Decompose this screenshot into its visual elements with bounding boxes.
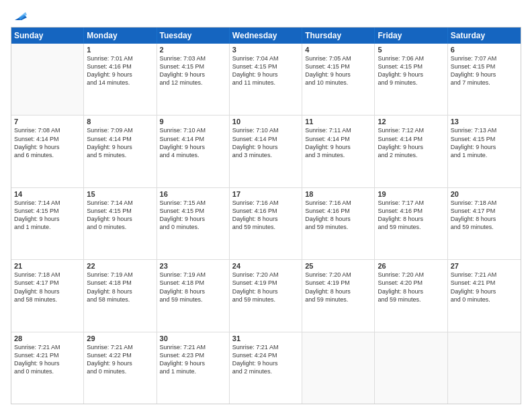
calendar-row-4: 28Sunrise: 7:21 AMSunset: 4:21 PMDayligh… <box>11 332 521 404</box>
cell-line: Sunrise: 7:20 AM <box>232 271 299 279</box>
day-number: 10 <box>232 118 299 126</box>
cell-line: Sunset: 4:15 PM <box>378 62 444 71</box>
cell-line: Sunrise: 7:10 AM <box>232 126 299 134</box>
cell-line: Daylight: 8 hours <box>305 287 371 295</box>
day-cell-13: 13Sunrise: 7:13 AMSunset: 4:15 PMDayligh… <box>448 116 521 187</box>
day-number: 8 <box>87 118 153 126</box>
cell-line: Sunset: 4:16 PM <box>378 207 444 215</box>
cell-line: and 58 minutes. <box>14 295 81 304</box>
cell-line: Sunset: 4:19 PM <box>232 279 299 287</box>
cell-line: Sunrise: 7:21 AM <box>232 343 299 351</box>
day-cell-30: 30Sunrise: 7:21 AMSunset: 4:23 PMDayligh… <box>157 332 230 404</box>
cell-line: Sunrise: 7:19 AM <box>87 271 153 279</box>
cell-line: Daylight: 9 hours <box>451 71 518 79</box>
cell-line: Daylight: 9 hours <box>160 215 226 223</box>
cell-line: and 59 minutes. <box>378 295 444 304</box>
cell-line: and 4 minutes. <box>160 151 226 159</box>
cell-line: Sunrise: 7:20 AM <box>305 271 371 279</box>
cell-line: Sunrise: 7:12 AM <box>378 126 444 134</box>
day-number: 17 <box>232 190 299 198</box>
day-number: 15 <box>87 190 153 198</box>
day-cell-12: 12Sunrise: 7:12 AMSunset: 4:14 PMDayligh… <box>375 116 447 187</box>
weekday-header-saturday: Saturday <box>448 28 521 44</box>
cell-line: and 59 minutes. <box>305 223 371 231</box>
empty-cell-4-6 <box>448 332 521 404</box>
day-cell-28: 28Sunrise: 7:21 AMSunset: 4:21 PMDayligh… <box>11 332 84 404</box>
cell-line: Sunset: 4:15 PM <box>232 62 299 71</box>
cell-line: Daylight: 9 hours <box>232 359 299 367</box>
day-cell-16: 16Sunrise: 7:15 AMSunset: 4:15 PMDayligh… <box>157 188 230 259</box>
cell-line: Daylight: 8 hours <box>378 215 444 223</box>
day-cell-19: 19Sunrise: 7:17 AMSunset: 4:16 PMDayligh… <box>375 188 447 259</box>
day-cell-9: 9Sunrise: 7:10 AMSunset: 4:14 PMDaylight… <box>157 116 230 187</box>
cell-line: and 59 minutes. <box>378 223 444 231</box>
calendar: SundayMondayTuesdayWednesdayThursdayFrid… <box>11 27 521 404</box>
day-number: 18 <box>305 190 371 198</box>
cell-line: and 7 minutes. <box>451 79 518 87</box>
cell-line: Sunrise: 7:08 AM <box>14 126 81 134</box>
day-number: 30 <box>160 334 226 342</box>
day-cell-1: 1Sunrise: 7:01 AMSunset: 4:16 PMDaylight… <box>84 44 157 115</box>
empty-cell-4-4 <box>302 332 375 404</box>
weekday-header-sunday: Sunday <box>11 28 84 44</box>
day-cell-3: 3Sunrise: 7:04 AMSunset: 4:15 PMDaylight… <box>230 44 302 115</box>
day-number: 28 <box>14 334 81 342</box>
cell-line: Sunset: 4:21 PM <box>14 351 81 359</box>
day-cell-26: 26Sunrise: 7:20 AMSunset: 4:20 PMDayligh… <box>375 260 447 331</box>
cell-line: Sunrise: 7:04 AM <box>232 54 299 62</box>
cell-line: and 3 minutes. <box>305 151 371 159</box>
day-cell-29: 29Sunrise: 7:21 AMSunset: 4:22 PMDayligh… <box>84 332 157 404</box>
cell-line: Sunset: 4:14 PM <box>378 135 444 143</box>
cell-line: and 9 minutes. <box>378 79 444 87</box>
cell-line: Sunrise: 7:18 AM <box>451 199 518 207</box>
day-cell-20: 20Sunrise: 7:18 AMSunset: 4:17 PMDayligh… <box>448 188 521 259</box>
cell-line: Sunrise: 7:21 AM <box>160 343 226 351</box>
cell-line: Daylight: 8 hours <box>87 287 153 295</box>
cell-line: Sunrise: 7:05 AM <box>305 54 371 62</box>
cell-line: Daylight: 9 hours <box>160 359 226 367</box>
cell-line: and 0 minutes. <box>160 223 226 231</box>
cell-line: Sunrise: 7:06 AM <box>378 54 444 62</box>
cell-line: Sunrise: 7:01 AM <box>87 54 153 62</box>
day-cell-8: 8Sunrise: 7:09 AMSunset: 4:14 PMDaylight… <box>84 116 157 187</box>
cell-line: Sunset: 4:24 PM <box>232 351 299 359</box>
cell-line: Daylight: 8 hours <box>305 215 371 223</box>
cell-line: Sunset: 4:18 PM <box>87 279 153 287</box>
calendar-header: SundayMondayTuesdayWednesdayThursdayFrid… <box>11 28 521 44</box>
day-number: 3 <box>232 46 299 54</box>
cell-line: and 6 minutes. <box>14 151 81 159</box>
weekday-header-wednesday: Wednesday <box>230 28 302 44</box>
cell-line: Sunrise: 7:09 AM <box>87 126 153 134</box>
cell-line: Sunset: 4:15 PM <box>305 62 371 71</box>
cell-line: Sunrise: 7:18 AM <box>14 271 81 279</box>
cell-line: Sunset: 4:15 PM <box>451 62 518 71</box>
cell-line: and 59 minutes. <box>232 223 299 231</box>
cell-line: Sunset: 4:14 PM <box>87 135 153 143</box>
day-number: 27 <box>451 262 518 270</box>
weekday-header-tuesday: Tuesday <box>157 28 230 44</box>
cell-line: Daylight: 9 hours <box>14 215 81 223</box>
cell-line: Sunset: 4:14 PM <box>160 135 226 143</box>
cell-line: and 59 minutes. <box>232 295 299 304</box>
day-number: 5 <box>378 46 444 54</box>
day-cell-7: 7Sunrise: 7:08 AMSunset: 4:14 PMDaylight… <box>11 116 84 187</box>
cell-line: Sunrise: 7:17 AM <box>378 199 444 207</box>
cell-line: Daylight: 9 hours <box>160 71 226 79</box>
cell-line: and 59 minutes. <box>160 295 226 304</box>
cell-line: Daylight: 9 hours <box>87 143 153 151</box>
cell-line: Sunrise: 7:13 AM <box>451 126 518 134</box>
cell-line: Daylight: 9 hours <box>160 143 226 151</box>
cell-line: Daylight: 8 hours <box>232 287 299 295</box>
cell-line: and 0 minutes. <box>87 367 153 375</box>
cell-line: Sunset: 4:18 PM <box>160 279 226 287</box>
cell-line: and 0 minutes. <box>87 223 153 231</box>
day-number: 24 <box>232 262 299 270</box>
day-cell-27: 27Sunrise: 7:21 AMSunset: 4:21 PMDayligh… <box>448 260 521 331</box>
day-number: 16 <box>160 190 226 198</box>
day-cell-11: 11Sunrise: 7:11 AMSunset: 4:14 PMDayligh… <box>302 116 375 187</box>
header <box>11 8 521 23</box>
cell-line: Sunrise: 7:10 AM <box>160 126 226 134</box>
cell-line: Sunset: 4:15 PM <box>451 135 518 143</box>
cell-line: Sunset: 4:19 PM <box>305 279 371 287</box>
calendar-row-2: 14Sunrise: 7:14 AMSunset: 4:15 PMDayligh… <box>11 188 521 260</box>
